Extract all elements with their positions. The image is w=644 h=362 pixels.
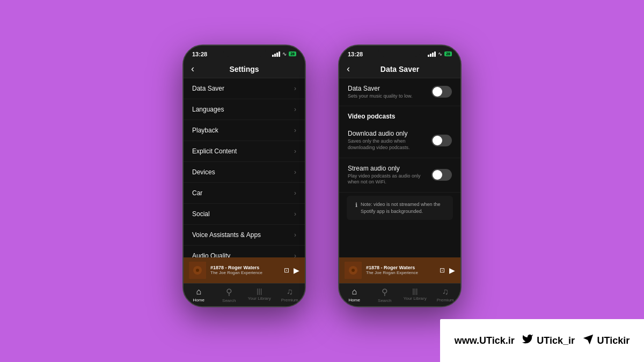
ds-stream-label: Stream audio only <box>348 165 426 172</box>
brand-twitter: UTick_ir <box>522 333 575 348</box>
premium-icon-left: ♫ <box>287 287 293 297</box>
settings-label-playback: Playback <box>192 127 218 134</box>
np-info-right: #1878 - Roger Waters The Joe Rogan Exper… <box>366 265 435 275</box>
branding-footer: www.UTick.ir UTick_ir UTickir <box>440 319 644 362</box>
now-playing-right[interactable]: #1878 - Roger Waters The Joe Rogan Exper… <box>339 257 460 283</box>
chevron-car: › <box>294 189 296 197</box>
signal-icon-left <box>272 51 280 57</box>
app-header-left: ‹ Settings <box>184 61 305 78</box>
chevron-playback: › <box>294 127 296 134</box>
nav-search-right[interactable]: ⚲ Search <box>370 284 400 306</box>
app-header-right: ‹ Data Saver <box>339 61 460 78</box>
library-label-right: Your Library <box>404 296 427 301</box>
settings-label-audio-quality: Audio Quality <box>192 252 230 257</box>
twitter-handle: UTick_ir <box>537 335 575 346</box>
np-play-button-left[interactable]: ▶ <box>294 266 299 275</box>
home-icon-left: ⌂ <box>196 287 201 297</box>
settings-label-devices: Devices <box>192 168 215 176</box>
ds-stream-toggle[interactable] <box>431 169 452 181</box>
ds-download-label: Download audio only <box>348 130 426 137</box>
settings-item-social[interactable]: Social › <box>184 204 305 225</box>
ds-main-sublabel: Sets your music quality to low. <box>348 93 426 100</box>
brand-website: www.UTick.ir <box>455 335 515 346</box>
ds-download-row: Download audio only Saves only the audio… <box>339 123 460 158</box>
home-icon-right: ⌂ <box>352 287 357 297</box>
settings-title: Settings <box>229 65 259 73</box>
nav-search-left[interactable]: ⚲ Search <box>214 284 245 306</box>
bottom-nav-right: ⌂ Home ⚲ Search ||| Your Library ♫ Premi… <box>339 283 460 306</box>
telegram-icon <box>582 334 594 348</box>
battery-icon-right: 28 <box>444 51 452 56</box>
ds-note: ℹ Note: video is not streamed when the S… <box>347 196 453 220</box>
settings-item-data-saver[interactable]: Data Saver › <box>184 78 305 99</box>
search-label-left: Search <box>222 298 236 303</box>
np-artwork-right <box>345 262 362 279</box>
nav-home-right[interactable]: ⌂ Home <box>339 284 370 306</box>
premium-label-right: Premium <box>437 298 454 302</box>
ds-download-toggle[interactable] <box>431 135 452 146</box>
ds-section-header: Video podcasts <box>339 106 460 123</box>
chevron-audio-quality: › <box>294 252 296 257</box>
chevron-voice: › <box>294 231 296 239</box>
chevron-social: › <box>294 210 296 218</box>
signal-icon-right <box>428 51 436 57</box>
np-cast-button-right[interactable]: ⊡ <box>440 267 445 274</box>
status-time-right: 13:28 <box>348 51 363 57</box>
settings-item-playback[interactable]: Playback › <box>184 120 305 141</box>
back-button-right[interactable]: ‹ <box>347 63 350 75</box>
toggle-knob-stream <box>433 170 442 180</box>
library-icon-left: ||| <box>257 287 262 295</box>
ds-note-text: Note: video is not streamed when the Spo… <box>361 201 444 215</box>
nav-home-left[interactable]: ⌂ Home <box>184 284 214 306</box>
settings-label-voice: Voice Assistants & Apps <box>192 231 261 239</box>
phone-right: 13:28 ∿ 28 ‹ Data Sa <box>338 45 462 307</box>
settings-label-explicit: Explicit Content <box>192 147 237 155</box>
status-icons-left: ∿ 28 <box>272 51 296 57</box>
settings-item-audio-quality[interactable]: Audio Quality › <box>184 246 305 257</box>
ds-main-label: Data Saver <box>348 85 426 92</box>
telegram-handle: UTickir <box>597 335 630 346</box>
notch-left <box>223 46 266 57</box>
battery-icon-left: 28 <box>289 51 296 56</box>
home-label-left: Home <box>193 298 204 302</box>
back-button-left[interactable]: ‹ <box>191 63 194 75</box>
twitter-bird-icon <box>522 333 533 348</box>
phones-container: 13:28 ∿ 28 ‹ Setting <box>182 45 462 307</box>
settings-item-devices[interactable]: Devices › <box>184 162 305 183</box>
premium-icon-right: ♫ <box>442 287 449 297</box>
library-label-left: Your Library <box>248 296 271 301</box>
phone-left: 13:28 ∿ 28 ‹ Setting <box>182 45 306 307</box>
settings-item-car[interactable]: Car › <box>184 183 305 204</box>
data-saver-content: Data Saver Sets your music quality to lo… <box>339 78 460 257</box>
settings-item-languages[interactable]: Languages › <box>184 99 305 120</box>
library-icon-right: ||| <box>412 287 418 295</box>
main-container: 13:28 ∿ 28 ‹ Setting <box>0 0 644 362</box>
ds-main-info: Data Saver Sets your music quality to lo… <box>348 85 431 100</box>
chevron-data-saver: › <box>294 85 296 92</box>
chevron-languages: › <box>294 106 296 113</box>
np-controls-left: ⊡ ▶ <box>284 266 299 275</box>
nav-premium-right[interactable]: ♫ Premium <box>430 284 461 306</box>
chevron-devices: › <box>294 168 296 176</box>
nav-premium-left[interactable]: ♫ Premium <box>275 284 305 306</box>
settings-label-data-saver: Data Saver <box>192 85 224 92</box>
nav-library-right[interactable]: ||| Your Library <box>400 284 430 306</box>
status-icons-right: ∿ 28 <box>428 51 452 57</box>
notch-right <box>378 46 421 57</box>
settings-item-voice[interactable]: Voice Assistants & Apps › <box>184 225 305 246</box>
settings-label-social: Social <box>192 210 210 218</box>
settings-label-languages: Languages <box>192 106 224 113</box>
toggle-knob-download <box>433 136 442 145</box>
nav-library-left[interactable]: ||| Your Library <box>244 284 275 306</box>
info-icon: ℹ <box>355 202 357 209</box>
settings-item-explicit[interactable]: Explicit Content › <box>184 141 305 162</box>
np-cast-button-left[interactable]: ⊡ <box>284 267 289 274</box>
premium-label-left: Premium <box>281 298 298 302</box>
data-saver-title: Data Saver <box>380 65 419 73</box>
ds-main-toggle[interactable] <box>431 86 452 98</box>
np-artwork-left <box>189 262 206 279</box>
ds-stream-sublabel: Play video podcasts as audio only when n… <box>348 173 426 186</box>
chevron-explicit: › <box>294 147 296 155</box>
now-playing-left[interactable]: #1878 - Roger Waters The Joe Rogan Exper… <box>184 257 305 283</box>
np-play-button-right[interactable]: ▶ <box>449 266 455 275</box>
